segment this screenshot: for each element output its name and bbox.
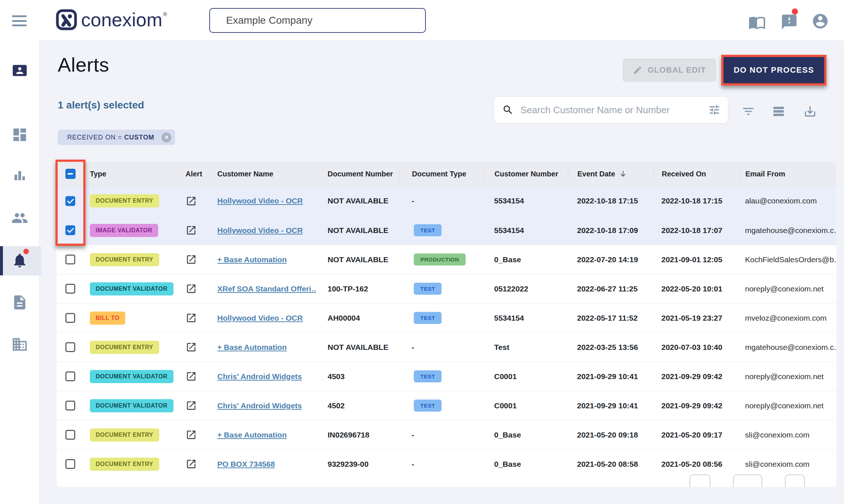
column-header-email-from[interactable]: Email From [740, 167, 836, 181]
search-options-icon[interactable] [708, 104, 721, 116]
document-type-badge: TEST [414, 400, 442, 412]
column-header-document-type[interactable]: Document Type [399, 167, 484, 181]
open-alert-icon[interactable] [186, 254, 197, 265]
open-alert-icon[interactable] [186, 458, 197, 470]
table-row[interactable]: DOCUMENT ENTRY + Base Automation NOT AVA… [57, 332, 836, 362]
table-row[interactable]: IMAGE VALIDATOR Hollywood Video - OCR NO… [57, 215, 836, 245]
customer-name-link[interactable]: Hollywood Video - OCR [217, 196, 303, 205]
customer-name-link[interactable]: Hollywood Video - OCR [217, 226, 303, 235]
column-header-received-on[interactable]: Received On [654, 167, 740, 181]
document-type-badge: PRODUCTION [414, 253, 466, 266]
alerts-table-card: Type Alert Customer Name Document Number… [57, 162, 836, 487]
sidebar-item-contacts[interactable] [11, 62, 28, 79]
feedback-icon[interactable] [780, 13, 798, 31]
table-row[interactable]: DOCUMENT ENTRY Hollywood Video - OCR NOT… [57, 186, 836, 215]
email-from-cell: KochFieldSalesOrders@b… [740, 255, 836, 264]
knowledge-base-icon[interactable] [748, 14, 766, 31]
customer-number-cell: 0_Base [484, 460, 568, 469]
table-row[interactable]: BILL TO Hollywood Video - OCR AH00004 TE… [57, 303, 836, 332]
row-checkbox[interactable] [65, 401, 75, 411]
document-number-cell: 4502 [316, 401, 399, 410]
table-row[interactable]: DOCUMENT VALIDATOR Chris' Android Widget… [57, 391, 836, 420]
company-selector[interactable]: Example Company [209, 8, 426, 33]
sidebar-item-alerts[interactable] [11, 252, 28, 269]
table-body: DOCUMENT ENTRY Hollywood Video - OCR NOT… [57, 186, 836, 478]
event-date-cell: 2022-06-27 11:25 [568, 285, 654, 293]
row-checkbox[interactable] [65, 255, 75, 264]
search-icon [502, 104, 514, 116]
open-alert-icon[interactable] [186, 371, 197, 382]
row-checkbox[interactable] [65, 371, 75, 381]
document-type-cell: TEST [399, 400, 484, 412]
row-density-icon[interactable] [772, 104, 786, 118]
row-checkbox[interactable] [65, 342, 75, 352]
customer-name-link[interactable]: Chris' Android Widgets [217, 401, 302, 410]
customer-name-link[interactable]: + Base Automation [217, 343, 287, 352]
download-icon[interactable] [803, 104, 817, 118]
pagination-button[interactable] [785, 474, 805, 487]
received-on-cell: 2021-05-20 09:17 [654, 431, 740, 439]
open-alert-icon[interactable] [186, 225, 197, 236]
row-checkbox[interactable] [65, 284, 75, 294]
email-from-cell: mveloz@conexiom.com [740, 314, 836, 322]
menu-icon[interactable] [12, 15, 27, 26]
customer-name-link[interactable]: + Base Automation [217, 255, 287, 264]
column-header-customer-name[interactable]: Customer Name [206, 167, 316, 181]
sort-desc-icon[interactable] [619, 169, 627, 178]
open-alert-icon[interactable] [186, 341, 197, 353]
customer-name-link[interactable]: XRef SOA Standard Offeri… [217, 285, 316, 293]
filter-chip-received-on[interactable]: RECEIVED ON = CUSTOM ✕ [58, 130, 175, 145]
alerts-notification-dot [23, 249, 29, 254]
open-alert-icon[interactable] [186, 283, 197, 294]
email-from-cell: mgatehouse@conexiom.c… [740, 343, 836, 352]
open-alert-icon[interactable] [186, 429, 197, 440]
do-not-process-button[interactable]: DO NOT PROCESS [723, 57, 824, 83]
open-alert-icon[interactable] [186, 400, 197, 411]
document-type-cell: TEST [399, 283, 484, 295]
sidebar-item-dashboard[interactable] [11, 126, 28, 143]
customer-name-link[interactable]: PO BOX 734568 [217, 460, 275, 469]
column-header-type[interactable]: Type [84, 167, 173, 181]
customer-name-link[interactable]: Chris' Android Widgets [217, 372, 302, 381]
table-row[interactable]: DOCUMENT ENTRY PO BOX 734568 9329239-00 … [57, 449, 836, 478]
document-type-cell: TEST [399, 370, 484, 382]
customer-name-link[interactable]: + Base Automation [217, 431, 287, 439]
global-edit-button[interactable]: GLOBAL EDIT [623, 58, 716, 82]
type-badge: DOCUMENT ENTRY [90, 341, 159, 354]
email-from-cell: sli@conexiom.com [740, 431, 836, 439]
sidebar-item-company[interactable] [11, 336, 28, 353]
document-type-cell: PRODUCTION [399, 253, 484, 266]
pagination-button[interactable] [690, 474, 710, 487]
registered-mark: ® [163, 11, 167, 17]
event-date-cell: 2022-10-18 17:09 [568, 226, 654, 235]
table-row[interactable]: DOCUMENT ENTRY + Base Automation NOT AVA… [57, 245, 836, 274]
search-input[interactable] [520, 104, 708, 116]
event-date-cell: 2021-09-29 10:41 [568, 401, 654, 410]
selected-count-label: 1 alert(s) selected [58, 99, 144, 111]
document-number-cell: NOT AVAILABLE [316, 343, 399, 352]
column-header-customer-number[interactable]: Customer Number [484, 167, 568, 181]
account-icon[interactable] [811, 12, 829, 30]
event-date-cell: 2022-07-20 14:19 [568, 255, 654, 264]
table-row[interactable]: DOCUMENT ENTRY + Base Automation IN02696… [57, 420, 836, 449]
table-row[interactable]: DOCUMENT VALIDATOR Chris' Android Widget… [57, 362, 836, 391]
row-checkbox[interactable] [65, 430, 75, 440]
row-checkbox[interactable] [65, 459, 75, 469]
open-alert-icon[interactable] [186, 195, 197, 207]
chip-close-icon[interactable]: ✕ [161, 133, 171, 142]
document-type-badge: TEST [414, 312, 442, 324]
filter-icon[interactable] [741, 104, 755, 118]
sidebar-item-documents[interactable] [11, 294, 28, 311]
sidebar-item-reports[interactable] [11, 168, 28, 184]
search-box [494, 96, 728, 123]
sidebar-item-users[interactable] [11, 210, 28, 226]
table-row[interactable]: DOCUMENT VALIDATOR XRef SOA Standard Off… [57, 274, 836, 303]
column-header-document-number[interactable]: Document Number [316, 167, 399, 181]
customer-name-link[interactable]: Hollywood Video - OCR [217, 314, 303, 322]
open-alert-icon[interactable] [186, 312, 197, 324]
pagination-button[interactable] [733, 474, 762, 487]
column-header-event-date[interactable]: Event Date [568, 167, 654, 181]
row-checkbox[interactable] [65, 313, 75, 323]
customer-number-cell: Test [484, 343, 568, 352]
column-header-alert[interactable]: Alert [173, 167, 206, 181]
